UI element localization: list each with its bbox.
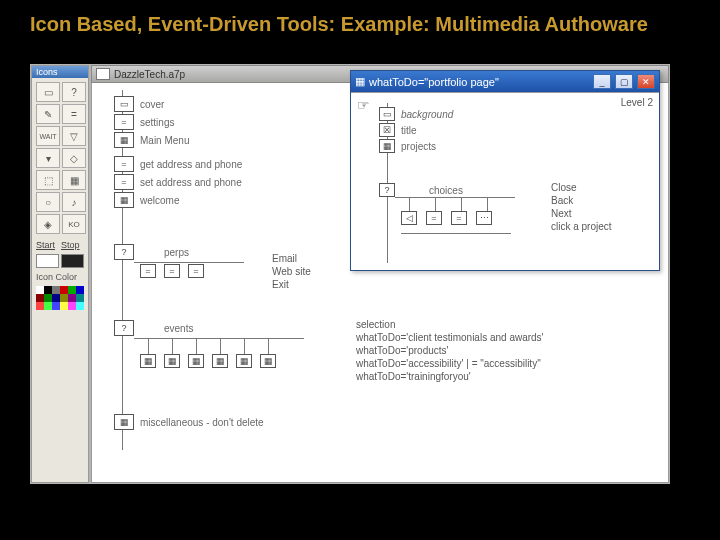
node-setaddr: set address and phone — [140, 177, 242, 188]
selection-line: whatToDo='client testimonials and awards… — [356, 331, 544, 344]
branch-icon[interactable]: ▦ — [188, 354, 204, 368]
connector-line — [409, 197, 410, 211]
calc-node-icon[interactable]: = — [114, 156, 134, 172]
popup-node-choices: choices — [429, 185, 463, 196]
icons-palette: Icons ▭ ? ✎ = WAIT ▽ ▾ ◇ ⬚ ▦ ○ ♪ ◈ KO — [31, 65, 89, 483]
popup-opt-click: click a project — [551, 220, 612, 233]
motion-icon[interactable]: ? — [62, 82, 86, 102]
popup-opt-back: Back — [551, 194, 612, 207]
selection-line: whatToDo='products' — [356, 344, 544, 357]
selection-heading: selection — [356, 318, 544, 331]
branch-icon[interactable]: ▦ — [236, 354, 252, 368]
map-node-icon[interactable]: ▦ — [379, 139, 395, 153]
popup-title-text: whatToDo="portfolio page" — [369, 76, 499, 88]
node-welcome: welcome — [140, 195, 179, 206]
node-settings: settings — [140, 117, 174, 128]
map-node-icon[interactable]: ▦ — [114, 414, 134, 430]
connector-line — [395, 197, 515, 198]
close-button[interactable]: ✕ — [637, 74, 655, 89]
connector-line — [134, 338, 304, 339]
node-getaddr: get address and phone — [140, 159, 242, 170]
popup-titlebar[interactable]: ▦ whatToDo="portfolio page" _ ▢ ✕ — [351, 71, 659, 92]
movie-icon[interactable]: ○ — [36, 192, 60, 212]
branch-icon[interactable]: = — [164, 264, 180, 278]
branch-icon[interactable]: = — [188, 264, 204, 278]
calc-icon[interactable]: = — [62, 104, 86, 124]
connector-line — [461, 197, 462, 211]
hand-icon: ☞ — [357, 97, 370, 113]
selection-line: whatToDo='trainingforyou' — [356, 370, 544, 383]
map-icon[interactable]: ▦ — [62, 170, 86, 190]
display-node-icon[interactable]: ☒ — [379, 123, 395, 137]
branch-icon[interactable]: = — [140, 264, 156, 278]
connector-line — [268, 338, 269, 354]
node-perps: perps — [164, 247, 189, 258]
screenshot-frame: Icons ▭ ? ✎ = WAIT ▽ ▾ ◇ ⬚ ▦ ○ ♪ ◈ KO — [30, 64, 670, 484]
perp-email: Email — [272, 252, 311, 265]
branch-icon[interactable]: = — [451, 211, 467, 225]
popup-app-icon: ▦ — [355, 75, 365, 88]
knowledge-icon[interactable]: KO — [62, 214, 86, 234]
slide-title: Icon Based, Event-Driven Tools: Example:… — [0, 0, 720, 44]
popup-node-projects: projects — [401, 141, 436, 152]
calc-node-icon[interactable]: = — [114, 174, 134, 190]
node-misc: miscellaneous - don't delete — [140, 417, 264, 428]
dvd-icon[interactable]: ◈ — [36, 214, 60, 234]
maximize-button[interactable]: ▢ — [615, 74, 633, 89]
map-node-icon[interactable]: ▦ — [114, 192, 134, 208]
perp-exit: Exit — [272, 278, 311, 291]
decision-icon[interactable]: ◇ — [62, 148, 86, 168]
level-label: Level 2 — [621, 97, 653, 108]
branch-icon[interactable]: = — [426, 211, 442, 225]
interaction-icon[interactable]: ⬚ — [36, 170, 60, 190]
connector-line — [244, 338, 245, 354]
display-icon[interactable]: ▭ — [36, 82, 60, 102]
start-link[interactable]: Start — [36, 240, 55, 250]
wait-icon[interactable]: WAIT — [36, 126, 60, 146]
node-cover: cover — [140, 99, 164, 110]
connector-line — [401, 233, 511, 234]
popup-opt-next: Next — [551, 207, 612, 220]
branch-icon[interactable]: ⋯ — [476, 211, 492, 225]
display-node-icon[interactable]: ▭ — [379, 107, 395, 121]
stop-flag-icon[interactable] — [61, 254, 84, 268]
branch-icon[interactable]: ▦ — [212, 354, 228, 368]
decision-node-icon[interactable]: ? — [114, 320, 134, 336]
connector-line — [220, 338, 221, 354]
node-events: events — [164, 323, 193, 334]
palette-header: Icons — [32, 66, 88, 78]
connector-line — [172, 338, 173, 354]
branch-icon[interactable]: ◁ — [401, 211, 417, 225]
framework-icon[interactable]: ▾ — [36, 148, 60, 168]
perp-web: Web site — [272, 265, 311, 278]
display-node-icon[interactable]: ▭ — [114, 96, 134, 112]
connector-line — [134, 262, 244, 263]
document-title: DazzleTech.a7p — [114, 69, 185, 80]
decision-node-icon[interactable]: ? — [114, 244, 134, 260]
minimize-button[interactable]: _ — [593, 74, 611, 89]
start-flag-icon[interactable] — [36, 254, 59, 268]
icon-color-label: Icon Color — [32, 270, 88, 284]
sound-icon[interactable]: ♪ — [62, 192, 86, 212]
map-node-icon[interactable]: ▦ — [114, 132, 134, 148]
branch-icon[interactable]: ▦ — [260, 354, 276, 368]
branch-icon[interactable]: ▦ — [140, 354, 156, 368]
doc-icon — [96, 68, 110, 80]
erase-icon[interactable]: ✎ — [36, 104, 60, 124]
nav-icon[interactable]: ▽ — [62, 126, 86, 146]
color-swatches[interactable] — [32, 284, 88, 312]
selection-line: whatToDo='accessibility' | = "accessibil… — [356, 357, 544, 370]
popup-node-title: title — [401, 125, 417, 136]
branch-icon[interactable]: ▦ — [164, 354, 180, 368]
connector-line — [487, 197, 488, 211]
calc-node-icon[interactable]: = — [114, 114, 134, 130]
flowline-canvas: DazzleTech.a7p ▭cover =settings ▦Main Me… — [91, 65, 669, 483]
connector-line — [196, 338, 197, 354]
stop-link[interactable]: Stop — [61, 240, 80, 250]
connector-line — [435, 197, 436, 211]
decision-node-icon[interactable]: ? — [379, 183, 395, 197]
popup-node-bg: background — [401, 109, 453, 120]
popup-opt-close: Close — [551, 181, 612, 194]
node-mainmenu: Main Menu — [140, 135, 189, 146]
connector-line — [148, 338, 149, 354]
